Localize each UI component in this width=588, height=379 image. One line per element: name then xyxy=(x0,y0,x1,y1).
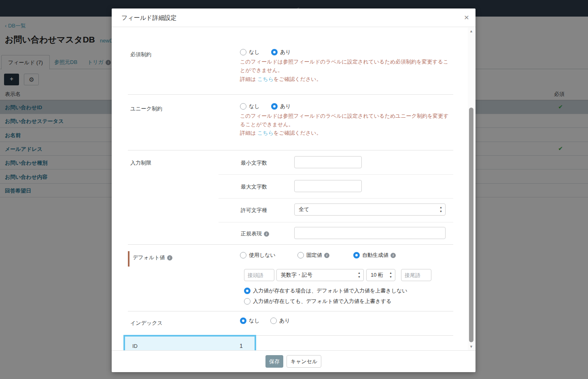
section-divider xyxy=(128,150,453,150)
scroll-up-icon[interactable]: ▲ xyxy=(468,29,475,33)
radio-on-icon xyxy=(240,318,246,324)
radio-off-icon xyxy=(240,252,246,258)
input-limit-label: 入力制限 xyxy=(130,159,151,167)
min-chars-label: 最小文字数 xyxy=(241,159,267,167)
detail-link[interactable]: こちら xyxy=(257,76,274,82)
sub-divider xyxy=(219,222,453,222)
radio-off-icon xyxy=(244,298,250,305)
scroll-down-icon[interactable]: ▼ xyxy=(468,345,475,349)
default-value-label: デフォルト値i xyxy=(133,254,172,261)
default-radio-autogen[interactable]: 自動生成値 i xyxy=(353,252,396,259)
radio-on-icon xyxy=(271,103,278,110)
regex-input[interactable] xyxy=(294,227,446,239)
info-icon: i xyxy=(264,231,269,237)
required-constraint-radio-none[interactable]: なし xyxy=(240,49,260,56)
sub-divider xyxy=(219,198,453,199)
suffix-input[interactable] xyxy=(401,269,431,281)
radio-off-icon xyxy=(297,252,304,258)
min-chars-input[interactable] xyxy=(294,156,362,168)
digits-select[interactable]: 10 桁 ▲▼ xyxy=(366,269,395,281)
radio-on-icon xyxy=(244,288,250,294)
charset-select[interactable]: 全て ▲▼ xyxy=(294,203,446,216)
regex-label: 正規表現i xyxy=(241,230,269,237)
section-divider xyxy=(128,94,453,95)
required-constraint-warning: このフィールドは参照フィールドのラベルに設定されているため必須制約を変更すること… xyxy=(240,57,452,74)
prefix-input[interactable] xyxy=(244,269,274,281)
changed-field-marker xyxy=(128,251,129,267)
radio-on-icon xyxy=(353,252,360,258)
unique-constraint-radio-none[interactable]: なし xyxy=(240,103,260,110)
info-icon: i xyxy=(324,253,329,258)
modal-scrollbar[interactable]: ▲ ▼ xyxy=(468,28,475,350)
default-radio-fixed[interactable]: 固定値 i xyxy=(297,252,329,259)
index-label: インデックス xyxy=(130,320,163,327)
unique-constraint-label: ユニーク制約 xyxy=(130,105,162,112)
info-icon: i xyxy=(391,253,396,258)
overwrite-radio-yes[interactable]: 入力値が存在しても、デフォルト値で入力値を上書きする xyxy=(244,298,391,305)
required-constraint-radio-yes[interactable]: あり xyxy=(271,49,291,56)
section-divider xyxy=(128,244,453,245)
scrollbar-thumb[interactable] xyxy=(469,108,473,342)
select-arrows-icon: ▲▼ xyxy=(358,271,361,279)
index-radio-yes[interactable]: あり xyxy=(270,317,290,324)
default-radio-not-used[interactable]: 使用しない xyxy=(240,252,276,259)
radio-off-icon xyxy=(270,318,277,324)
modal-title: フィールド詳細設定 xyxy=(121,14,176,22)
id-value: 1 xyxy=(240,343,243,349)
close-icon[interactable]: × xyxy=(464,13,469,22)
index-radio-none[interactable]: なし xyxy=(240,317,260,324)
charset-label: 許可文字種 xyxy=(241,207,267,214)
radio-off-icon xyxy=(240,49,246,55)
modal-body: 必須制約 なし あり このフィールドは参照フィールドのラベルに設定されているため… xyxy=(112,28,475,350)
id-field-highlight-box: ID 1 xyxy=(123,335,256,350)
select-arrows-icon: ▲▼ xyxy=(439,205,442,214)
required-constraint-label: 必須制約 xyxy=(130,51,151,58)
field-detail-settings-modal: フィールド詳細設定 × 必須制約 なし あり このフィールドは参照フィールドのラ… xyxy=(112,8,475,372)
modal-footer: 保存 キャンセル xyxy=(112,350,475,372)
unique-constraint-detail: 詳細は こちらをご確認ください。 xyxy=(240,129,322,137)
unique-constraint-radio-yes[interactable]: あり xyxy=(271,103,291,110)
id-label: ID xyxy=(132,343,138,349)
sub-divider xyxy=(219,174,453,175)
required-constraint-detail: 詳細は こちらをご確認ください。 xyxy=(240,76,322,83)
info-icon: i xyxy=(167,255,172,260)
max-chars-input[interactable] xyxy=(294,180,362,192)
autogen-type-select[interactable]: 英数字・記号 ▲▼ xyxy=(276,269,364,281)
radio-off-icon xyxy=(240,103,246,110)
radio-on-icon xyxy=(271,49,278,55)
section-divider xyxy=(128,311,453,311)
overwrite-radio-no[interactable]: 入力値が存在する場合は、デフォルト値で入力値を上書きしない xyxy=(244,287,408,294)
cancel-button[interactable]: キャンセル xyxy=(287,355,321,368)
unique-constraint-warning: このフィールドは参照フィールドのラベルに設定されているためユニーク制約を変更する… xyxy=(240,112,452,129)
max-chars-label: 最大文字数 xyxy=(241,183,267,191)
save-button[interactable]: 保存 xyxy=(265,355,283,368)
detail-link[interactable]: こちら xyxy=(257,130,274,136)
select-arrows-icon: ▲▼ xyxy=(389,271,392,279)
modal-header: フィールド詳細設定 × xyxy=(112,8,475,27)
